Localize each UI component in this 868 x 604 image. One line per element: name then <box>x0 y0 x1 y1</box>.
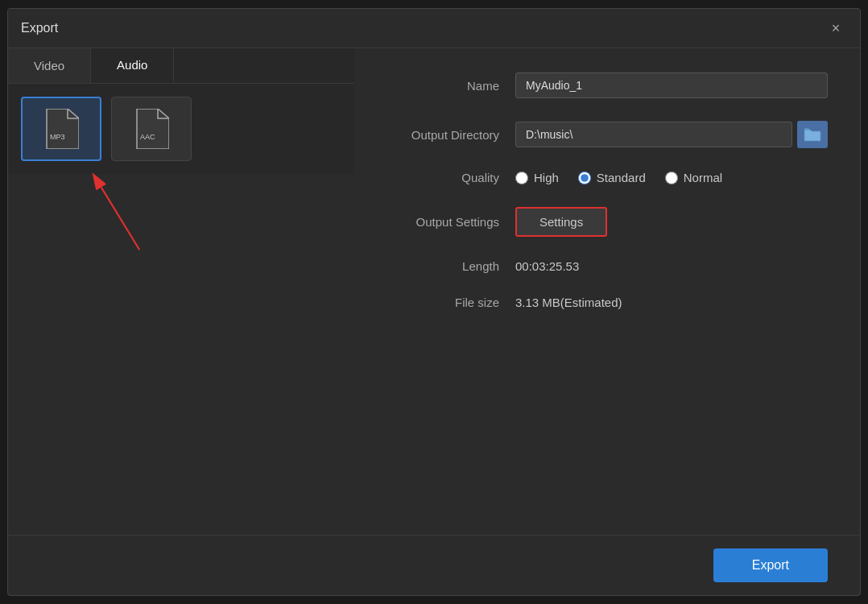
format-item-aac[interactable]: AAC <box>111 97 192 161</box>
close-button[interactable]: × <box>825 17 847 39</box>
quality-high-label: High <box>534 171 559 184</box>
output-dir-input[interactable] <box>515 122 792 147</box>
quality-standard-label: Standard <box>597 171 646 184</box>
export-button[interactable]: Export <box>713 548 828 582</box>
right-panel: Name Output Directory Qu <box>354 48 860 535</box>
svg-text:MP3: MP3 <box>50 133 65 141</box>
bottom-bar: Export <box>8 535 860 595</box>
tab-video[interactable]: Video <box>8 48 91 83</box>
filesize-row: File size 3.13 MB(Estimated) <box>386 296 828 309</box>
length-label: Length <box>386 259 499 273</box>
main-content: Video Audio MP3 <box>8 48 860 535</box>
export-dialog: Export × Video Audio <box>7 8 861 596</box>
dialog-title: Export <box>21 21 58 35</box>
tab-bar: Video Audio <box>8 48 354 84</box>
left-panel-wrapper: Video Audio MP3 <box>8 48 354 535</box>
quality-row: Quality High Standard Normal <box>386 171 828 184</box>
settings-button[interactable]: Settings <box>515 207 607 237</box>
filesize-value: 3.13 MB(Estimated) <box>515 296 622 309</box>
quality-standard-option[interactable]: Standard <box>578 171 646 184</box>
svg-line-3 <box>101 188 139 250</box>
mp3-icon: MP3 <box>43 109 79 149</box>
format-grid: MP3 AAC <box>8 84 354 174</box>
left-panel: Video Audio MP3 <box>8 48 354 174</box>
quality-standard-radio[interactable] <box>578 172 591 184</box>
output-settings-row: Output Settings Settings <box>386 207 828 237</box>
format-item-mp3[interactable]: MP3 <box>21 97 101 161</box>
quality-label: Quality <box>386 171 499 184</box>
svg-text:AAC: AAC <box>140 133 155 141</box>
output-settings-label: Output Settings <box>386 215 499 229</box>
name-input[interactable] <box>515 72 828 98</box>
quality-normal-radio[interactable] <box>665 172 678 184</box>
output-dir-row: Output Directory <box>386 121 828 148</box>
quality-options: High Standard Normal <box>515 171 722 184</box>
quality-high-option[interactable]: High <box>515 171 559 184</box>
quality-high-radio[interactable] <box>515 172 528 184</box>
folder-icon <box>804 127 821 142</box>
length-row: Length 00:03:25.53 <box>386 259 828 273</box>
aac-icon: AAC <box>134 109 169 149</box>
filesize-label: File size <box>386 296 499 309</box>
folder-browse-button[interactable] <box>797 121 828 148</box>
name-label: Name <box>386 79 499 93</box>
quality-normal-option[interactable]: Normal <box>665 171 722 184</box>
title-bar: Export × <box>8 9 860 48</box>
name-row: Name <box>386 72 828 98</box>
quality-normal-label: Normal <box>684 171 722 184</box>
output-dir-label: Output Directory <box>386 128 499 142</box>
length-value: 00:03:25.53 <box>515 259 579 273</box>
dir-input-wrap <box>515 121 828 148</box>
tab-audio[interactable]: Audio <box>91 48 174 83</box>
